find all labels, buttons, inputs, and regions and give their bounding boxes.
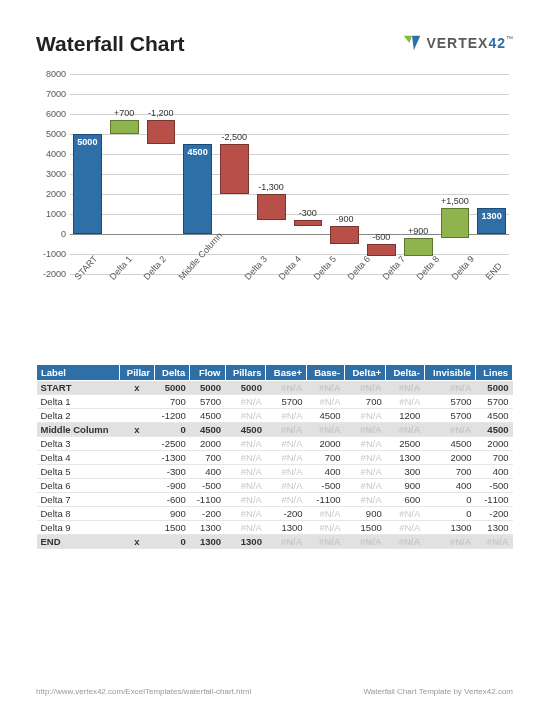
table-header: Delta (155, 365, 190, 381)
bar-column: 5000 (70, 74, 105, 274)
bar-column: -2,500 (217, 74, 252, 274)
waterfall-chart: -2000-1000010002000300040005000600070008… (36, 74, 513, 334)
bar-data-label: -600 (364, 232, 399, 242)
table-row: STARTx500050005000#N/A#N/A#N/A#N/A#N/A50… (37, 381, 513, 395)
bar-data-label: -2,500 (217, 132, 252, 142)
bar-data-label: 5000 (70, 137, 105, 147)
bar-column: +1,500 (438, 74, 473, 274)
table-row: Delta 2-12004500#N/A#N/A4500#N/A12005700… (37, 409, 513, 423)
bar-data-label: 1300 (474, 211, 509, 221)
table-row: Delta 5-300400#N/A#N/A400#N/A300700400 (37, 465, 513, 479)
logo-icon (401, 32, 423, 54)
y-tick-label: 4000 (36, 149, 66, 159)
brand-tm: ™ (506, 35, 513, 42)
bar-column: -300 (291, 74, 326, 274)
y-tick-label: 5000 (36, 129, 66, 139)
y-tick-label: -2000 (36, 269, 66, 279)
bar-data-label: -900 (327, 214, 362, 224)
bar-data-label: +1,500 (438, 196, 473, 206)
bar-column: -1,200 (144, 74, 179, 274)
y-tick-label: 6000 (36, 109, 66, 119)
y-tick-label: -1000 (36, 249, 66, 259)
bar-column: -600 (364, 74, 399, 274)
table-row: Middle Columnx045004500#N/A#N/A#N/A#N/A#… (37, 423, 513, 437)
table-row: Delta 6-900-500#N/A#N/A-500#N/A900400-50… (37, 479, 513, 493)
table-row: Delta 8900-200#N/A-200#N/A900#N/A0-200 (37, 507, 513, 521)
y-tick-label: 7000 (36, 89, 66, 99)
table-row: Delta 3-25002000#N/A#N/A2000#N/A25004500… (37, 437, 513, 451)
table-row: Delta 17005700#N/A5700#N/A700#N/A5700570… (37, 395, 513, 409)
table-row: Delta 4-1300700#N/A#N/A700#N/A1300200070… (37, 451, 513, 465)
table-header: Base+ (266, 365, 307, 381)
y-tick-label: 3000 (36, 169, 66, 179)
bar-data-label: -300 (291, 208, 326, 218)
table-header: Delta+ (345, 365, 386, 381)
bar-data-label: -1,200 (144, 108, 179, 118)
table-header: Flow (190, 365, 225, 381)
svg-marker-1 (412, 36, 420, 51)
table-header: Lines (476, 365, 513, 381)
data-table: LabelPillarDeltaFlowPillarsBase+Base-Del… (36, 364, 513, 549)
brand-suffix: 42 (488, 35, 506, 51)
brand-logo: VERTEX42™ (401, 32, 513, 54)
table-header: Base- (307, 365, 345, 381)
footer-link[interactable]: http://www.vertex42.com/ExcelTemplates/w… (36, 687, 251, 696)
bar-data-label: -1,300 (254, 182, 289, 192)
table-header: Pillars (225, 365, 266, 381)
bar-data-label: 4500 (180, 147, 215, 157)
brand-text: VERTEX (426, 35, 488, 51)
table-row: Delta 915001300#N/A1300#N/A1500#N/A13001… (37, 521, 513, 535)
y-tick-label: 1000 (36, 209, 66, 219)
table-header: Delta- (386, 365, 425, 381)
bar-column: -1,300 (254, 74, 289, 274)
bar-column: +900 (401, 74, 436, 274)
bar-data-label: +900 (401, 226, 436, 236)
table-row: Delta 7-600-1100#N/A#N/A-1100#N/A6000-11… (37, 493, 513, 507)
table-row: ENDx013001300#N/A#N/A#N/A#N/A#N/A#N/A (37, 535, 513, 549)
table-header: Label (37, 365, 120, 381)
y-tick-label: 2000 (36, 189, 66, 199)
table-header: Invisible (424, 365, 475, 381)
bar-column: +700 (107, 74, 142, 274)
bar-column: 1300 (474, 74, 509, 274)
y-tick-label: 0 (36, 229, 66, 239)
bar-data-label: +700 (107, 108, 142, 118)
footer-credit: Waterfall Chart Template by Vertex42.com (364, 687, 513, 696)
bar-column: -900 (327, 74, 362, 274)
svg-marker-0 (404, 36, 412, 43)
page-title: Waterfall Chart (36, 32, 185, 56)
table-header: Pillar (119, 365, 154, 381)
y-tick-label: 8000 (36, 69, 66, 79)
